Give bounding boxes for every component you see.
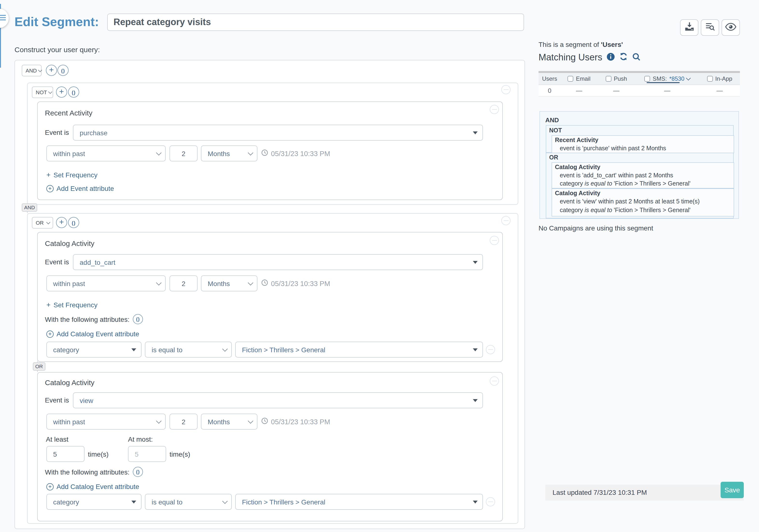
save-button[interactable]: Save <box>721 482 744 498</box>
not-group-add-filter-button[interactable]: + <box>56 87 67 98</box>
circled-plus-icon: + <box>46 483 54 490</box>
summary-card-title: Catalog Activity <box>555 190 600 197</box>
add-catalog-attribute-link[interactable]: + Add Catalog Event attribute <box>46 330 139 338</box>
time-window-unit-value: Months <box>208 418 230 426</box>
add-catalog-attribute-link[interactable]: + Add Catalog Event attribute <box>46 483 139 490</box>
search-icon[interactable] <box>632 53 640 62</box>
segment-editor-page: Edit Segment: Construct your user query:… <box>0 0 759 532</box>
push-checkbox[interactable] <box>606 76 612 82</box>
root-add-filter-button[interactable]: + <box>46 65 57 76</box>
attribute-operator-select[interactable]: is equal to <box>145 494 232 510</box>
column-header-email: Email <box>561 75 597 82</box>
attribute-field-select[interactable]: category <box>46 494 141 510</box>
caret-down-icon <box>131 348 136 351</box>
window-start-datetime-text: 05/31/23 10:33 PM <box>271 149 330 157</box>
last-updated-text: Last updated 7/31/23 10:31 PM <box>552 488 647 496</box>
attribute-value-select[interactable]: Fiction > Thrillers > General <box>235 342 483 357</box>
time-window-mode-select[interactable]: within past <box>46 275 166 291</box>
attribute-operator-select[interactable]: is equal to <box>145 342 232 357</box>
chevron-down-icon <box>48 90 53 94</box>
not-group-add-group-button[interactable]: () <box>68 87 79 98</box>
time-window-unit-select[interactable]: Months <box>201 414 258 430</box>
catalog-activity-1-remove-button[interactable] <box>490 236 499 245</box>
segment-name-input[interactable] <box>107 14 524 31</box>
event-value: view <box>80 396 93 404</box>
attribute-field-value: category <box>53 346 79 353</box>
query-builder: AND + () NOT + () Recent Activity Event … <box>15 60 525 529</box>
parentheses-icon: () <box>72 89 76 95</box>
clock-icon <box>261 149 268 157</box>
or-group-remove-button[interactable] <box>501 216 510 225</box>
window-start-datetime: 05/31/23 10:33 PM <box>261 418 330 426</box>
not-group: NOT + () Recent Activity Event is purcha… <box>27 83 518 205</box>
summary-condition-line: event is 'add_to_cart' within past 2 Mon… <box>560 172 673 179</box>
table-header-row: Users Email Push SMS: *8530 In-App <box>539 73 740 85</box>
users-count: 0 <box>539 87 561 94</box>
at-most-label: At most: <box>128 435 153 443</box>
attributes-group-parentheses-button[interactable]: () <box>133 467 143 477</box>
attribute-value-select[interactable]: Fiction > Thrillers > General <box>235 494 483 510</box>
attribute-row-remove-button[interactable] <box>486 345 495 354</box>
parentheses-icon: () <box>72 220 76 225</box>
add-catalog-attribute-label: Add Catalog Event attribute <box>57 330 139 338</box>
time-window-unit-select[interactable]: Months <box>201 275 258 291</box>
summary-catalog-activity-1: Catalog Activity event is 'add_to_cart' … <box>551 162 734 188</box>
attribute-field-value: category <box>53 498 79 506</box>
time-window-amount-input[interactable] <box>170 275 198 291</box>
time-window-unit-select[interactable]: Months <box>201 145 258 161</box>
chevron-down-icon[interactable] <box>686 76 691 80</box>
root-add-group-button[interactable]: () <box>58 65 68 76</box>
email-checkbox[interactable] <box>568 76 574 82</box>
event-select[interactable]: add_to_cart <box>73 254 483 270</box>
not-group-remove-button[interactable] <box>501 85 510 94</box>
recent-activity-card: Recent Activity Event is purchase within… <box>37 102 503 200</box>
attr-operator: is equal to <box>585 207 612 214</box>
sms-checkbox[interactable] <box>645 76 650 82</box>
or-group-add-group-button[interactable]: () <box>68 217 79 228</box>
summary-attribute-line: category is equal to 'Fiction > Thriller… <box>560 207 691 214</box>
attribute-row-remove-button[interactable] <box>486 497 495 507</box>
matching-users-heading: Matching Users <box>539 52 640 63</box>
time-window-mode-select[interactable]: within past <box>46 414 166 430</box>
preview-button[interactable] <box>722 19 740 36</box>
recent-activity-remove-button[interactable] <box>490 105 499 114</box>
caret-down-icon <box>473 500 478 503</box>
add-catalog-attribute-label: Add Catalog Event attribute <box>57 483 139 490</box>
root-operator-value: AND <box>25 68 37 73</box>
at-least-input[interactable] <box>46 446 85 462</box>
catalog-activity-2-remove-button[interactable] <box>490 376 499 386</box>
add-event-attribute-link[interactable]: + Add Event attribute <box>46 184 114 192</box>
inapp-checkbox[interactable] <box>707 76 713 82</box>
no-campaigns-text: No Campaigns are using this segment <box>539 224 653 232</box>
not-group-operator-select[interactable]: NOT <box>32 87 53 98</box>
sms-value: — <box>635 87 699 94</box>
or-group-operator-select[interactable]: OR <box>32 217 53 228</box>
construct-query-label: Construct your user query: <box>15 45 100 54</box>
refresh-icon[interactable] <box>619 52 628 63</box>
attribute-field-select[interactable]: category <box>46 342 141 357</box>
or-group: OR + () Catalog Activity Event is add_to… <box>27 213 518 524</box>
or-group-add-filter-button[interactable]: + <box>56 217 67 228</box>
inapp-value: — <box>699 87 740 94</box>
root-operator-select[interactable]: AND <box>22 65 42 76</box>
attributes-group-parentheses-button[interactable]: () <box>133 314 143 324</box>
attr-value: 'Fiction > Thrillers > General' <box>612 180 691 187</box>
time-window-unit-value: Months <box>208 279 230 287</box>
set-frequency-link[interactable]: + Set Frequency <box>46 301 98 309</box>
event-select[interactable]: purchase <box>73 125 483 141</box>
at-most-input[interactable] <box>128 446 166 462</box>
time-window-mode-value: within past <box>53 279 85 287</box>
info-icon[interactable] <box>607 53 615 62</box>
column-header-inapp: In-App <box>699 75 740 82</box>
event-select[interactable]: view <box>73 392 483 408</box>
sms-number-dropdown[interactable]: *8530 <box>669 75 684 82</box>
set-frequency-link[interactable]: + Set Frequency <box>46 171 98 179</box>
sidebar-toggle-button[interactable] <box>0 9 9 28</box>
query-log-button[interactable] <box>701 19 719 36</box>
export-button[interactable] <box>680 19 699 36</box>
footer-bar: Last updated 7/31/23 10:31 PM <box>545 485 744 501</box>
time-window-amount-input[interactable] <box>170 145 198 161</box>
attr-value: 'Fiction > Thrillers > General' <box>612 207 691 214</box>
time-window-amount-input[interactable] <box>170 414 198 430</box>
time-window-mode-select[interactable]: within past <box>46 145 166 161</box>
